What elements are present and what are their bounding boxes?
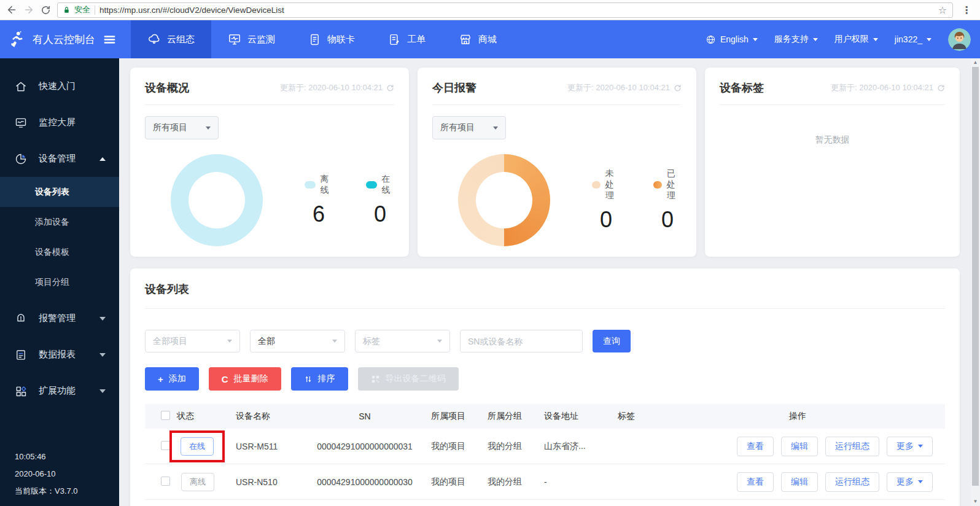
status-badge[interactable]: 离线 — [181, 473, 214, 491]
query-button[interactable]: 查询 — [593, 330, 631, 352]
bookmark-star-icon[interactable]: ☆ — [938, 4, 947, 16]
language-menu[interactable]: English — [706, 34, 758, 45]
project-filter-select[interactable]: 所有项目 — [145, 116, 219, 139]
sidebar-item-extensions[interactable]: 扩展功能 — [0, 373, 119, 409]
sort-button[interactable]: 排序 — [291, 367, 348, 391]
qr-code-icon — [371, 375, 380, 384]
select-all-checkbox[interactable] — [161, 411, 170, 420]
offline-count: 6 — [313, 201, 325, 227]
app-header: 有人云控制台 云组态 云监测 物联卡 — [0, 20, 980, 58]
more-label: 更多 — [896, 477, 914, 488]
overview-cards: 设备概况 更新于: 2020-06-10 10:04:21 所有项目 — [130, 68, 960, 257]
more-button[interactable]: 更多 — [887, 437, 933, 456]
more-button[interactable]: 更多 — [887, 472, 933, 492]
hamburger-menu-icon[interactable] — [103, 33, 117, 47]
table-header-row: 状态 设备名称 SN 所属项目 所属分组 设备地址 标签 操作 — [145, 404, 945, 429]
browser-menu-icon[interactable]: ⋮ — [959, 4, 974, 16]
sidebar-item-device-list[interactable]: 设备列表 — [0, 177, 119, 207]
tab-iot-sim-card[interactable]: 物联卡 — [292, 20, 371, 58]
report-icon — [15, 349, 27, 361]
sn-search-input[interactable] — [460, 330, 583, 352]
sidebar-item-device-management[interactable]: 设备管理 — [0, 141, 119, 177]
tab-label: 商城 — [478, 34, 497, 45]
alarm-status-donut-chart — [458, 154, 550, 246]
tab-work-order[interactable]: 工单 — [371, 20, 442, 58]
legend-online: 在线 0 — [366, 174, 394, 227]
scrollbar-thumb[interactable] — [972, 67, 979, 486]
device-address: - — [539, 477, 613, 487]
view-button[interactable]: 查看 — [737, 437, 774, 456]
unhandled-swatch — [592, 181, 601, 189]
chevron-down-icon — [873, 38, 878, 41]
col-actions: 操作 — [724, 411, 945, 422]
edit-button[interactable]: 编辑 — [781, 472, 818, 492]
scroll-up-icon[interactable]: ▲ — [971, 60, 980, 65]
scroll-down-icon[interactable]: ▼ — [971, 499, 980, 504]
tab-label: 物联卡 — [327, 34, 355, 45]
avatar[interactable] — [948, 28, 971, 51]
clock-time: 10:05:46 — [15, 448, 78, 465]
sidebar-item-monitor-screen[interactable]: 监控大屏 — [0, 104, 119, 141]
tab-cloud-monitor[interactable]: 云监测 — [211, 20, 292, 58]
batch-delete-button[interactable]: C 批量删除 — [209, 367, 281, 391]
card-title: 今日报警 — [432, 80, 476, 95]
offline-swatch — [305, 181, 316, 189]
page-scrollbar[interactable]: ▲ ▼ — [971, 58, 980, 506]
sidebar-item-device-template[interactable]: 设备模板 — [0, 237, 119, 267]
sidebar-item-add-device[interactable]: 添加设备 — [0, 207, 119, 237]
chevron-down-icon — [99, 389, 106, 393]
browser-forward-icon[interactable] — [23, 4, 34, 15]
row-checkbox[interactable] — [161, 477, 170, 486]
sidebar-item-project-group[interactable]: 项目分组 — [0, 267, 119, 297]
url-text: https://mp.usr.cn/#/cloudV2/device/ViewD… — [99, 6, 934, 15]
url-bar[interactable]: 安全 https://mp.usr.cn/#/cloudV2/device/Vi… — [57, 2, 953, 18]
unhandled-count: 0 — [600, 207, 612, 233]
browser-back-icon[interactable] — [6, 4, 17, 15]
view-button[interactable]: 查看 — [737, 472, 774, 492]
status-badge[interactable]: 在线 — [181, 437, 214, 456]
status-select[interactable]: 全部 — [250, 330, 345, 352]
refresh-icon[interactable] — [674, 84, 682, 92]
card-device-tags: 设备标签 更新于: 2020-06-10 10:04:21 暂无数据 — [705, 68, 960, 257]
browser-chrome: 安全 https://mp.usr.cn/#/cloudV2/device/Vi… — [0, 0, 980, 20]
sidebar-item-label: 设备管理 — [39, 153, 76, 165]
main-content: 设备概况 更新于: 2020-06-10 10:04:21 所有项目 — [119, 58, 971, 506]
device-group: 我的分组 — [483, 441, 539, 452]
support-menu[interactable]: 服务支持 — [774, 34, 818, 45]
project-filter-select[interactable]: 所有项目 — [432, 116, 506, 139]
device-list-panel: 设备列表 全部项目 全部 标签 查询 — [130, 268, 960, 506]
sidebar-item-alarm-management[interactable]: 报警管理 — [0, 300, 119, 337]
refresh-icon[interactable] — [386, 84, 394, 92]
main-nav-tabs: 云组态 云监测 物联卡 工单 — [131, 20, 513, 58]
permissions-menu[interactable]: 用户权限 — [834, 34, 878, 45]
run-scada-button[interactable]: 运行组态 — [825, 437, 879, 456]
chevron-down-icon — [99, 353, 106, 357]
tag-select[interactable]: 标签 — [355, 330, 450, 352]
edit-button[interactable]: 编辑 — [781, 437, 818, 456]
project-select[interactable]: 全部项目 — [145, 330, 240, 352]
add-button[interactable]: + 添加 — [145, 367, 199, 391]
sidebar-item-quick-start[interactable]: 快速入门 — [0, 68, 119, 104]
filter-bar: 全部项目 全部 标签 查询 — [145, 330, 945, 352]
brand[interactable]: 有人云控制台 — [0, 20, 131, 58]
sidebar-item-data-report[interactable]: 数据报表 — [0, 337, 119, 373]
tab-mall[interactable]: 商城 — [442, 20, 513, 58]
row-actions: 查看 编辑 运行组态 更多 — [724, 472, 945, 492]
browser-reload-icon[interactable] — [41, 5, 51, 15]
card-updated: 更新于: 2020-06-10 10:04:21 — [567, 82, 682, 93]
refresh-icon[interactable] — [937, 84, 945, 92]
select-placeholder: 标签 — [363, 336, 380, 347]
chevron-down-icon — [437, 340, 442, 343]
plus-icon: + — [158, 374, 163, 384]
tab-label: 云组态 — [167, 34, 195, 45]
card-today-alarms: 今日报警 更新于: 2020-06-10 10:04:21 所有项目 — [418, 68, 696, 257]
legend-label: 已处理 — [667, 168, 682, 201]
lock-icon — [63, 6, 70, 14]
card-title: 设备概况 — [145, 80, 189, 95]
tab-cloud-scada[interactable]: 云组态 — [131, 20, 211, 58]
row-checkbox[interactable] — [161, 441, 170, 450]
user-menu[interactable]: jin322_ — [895, 34, 931, 44]
run-scada-button[interactable]: 运行组态 — [825, 472, 879, 492]
card-updated: 更新于: 2020-06-10 10:04:21 — [831, 82, 945, 93]
col-status: 状态 — [172, 411, 231, 422]
